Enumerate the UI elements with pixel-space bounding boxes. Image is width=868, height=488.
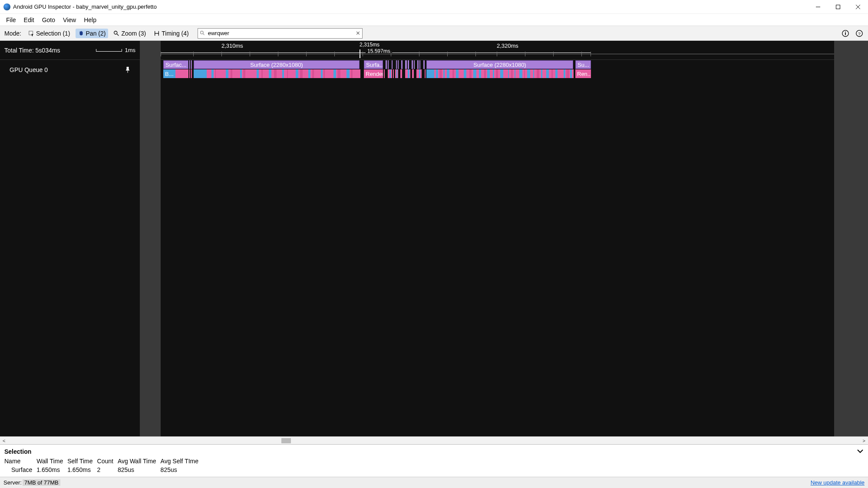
mode-timing-button[interactable]: Timing (4) (151, 29, 191, 38)
left-gutter (140, 41, 161, 436)
maximize-button[interactable] (828, 0, 848, 14)
slice[interactable] (398, 60, 399, 69)
timeline-viewport[interactable]: 2,310ms 2,320ms 2,315ms 15.597ms (161, 41, 834, 436)
slice[interactable] (396, 60, 397, 69)
menu-help[interactable]: Help (81, 16, 99, 24)
col-avgwall[interactable]: Avg Wall Time (118, 457, 161, 465)
col-avgself[interactable]: Avg Self TIme (161, 457, 203, 465)
slice-render[interactable]: Ren... (575, 69, 591, 78)
minimize-button[interactable] (808, 0, 828, 14)
track-lanes[interactable]: Surfac... Surface (2280x1080) Surfa... (161, 60, 834, 436)
slice[interactable] (175, 69, 188, 78)
gap (403, 60, 404, 69)
gap (421, 60, 422, 69)
svg-line-6 (117, 33, 119, 35)
window-title: Android GPU Inspector - baby_marvel_unit… (13, 3, 157, 10)
slice[interactable] (388, 60, 389, 69)
track-header-pane: Total Time: 5s034ms 1ms GPU Queue 0 (0, 41, 140, 436)
slice-render[interactable]: Render (364, 69, 383, 78)
slice-stripes[interactable] (384, 69, 426, 78)
selection-panel: Selection Name Wall Time Self Time Count… (0, 444, 868, 477)
svg-point-10 (200, 31, 203, 34)
slice-surface[interactable]: Surface (2280x1080) (426, 60, 573, 69)
mode-zoom-button[interactable]: Zoom (3) (111, 29, 149, 38)
col-name[interactable]: Name (4, 457, 36, 465)
slice[interactable] (191, 60, 192, 69)
slice-surface[interactable]: Surfa... (364, 60, 383, 69)
slice[interactable] (189, 69, 190, 78)
memory-usage: 7MB of 77MB (23, 479, 60, 486)
scroll-left-arrow[interactable]: < (3, 438, 5, 443)
statusbar: Server: 7MB of 77MB New update available (0, 477, 868, 488)
slice[interactable] (408, 60, 409, 69)
slice[interactable] (386, 60, 387, 69)
col-wall[interactable]: Wall Time (36, 457, 67, 465)
slice[interactable] (189, 60, 190, 69)
slice[interactable] (401, 60, 403, 69)
ruler-axis (161, 52, 834, 57)
scrollbar-thumb[interactable] (281, 438, 291, 443)
pin-icon[interactable] (125, 67, 130, 73)
ruler-tick: 2,320ms (497, 43, 518, 49)
time-ruler[interactable]: 2,310ms 2,320ms 2,315ms 15.597ms (161, 41, 834, 60)
app-icon (3, 3, 10, 10)
track-name: GPU Queue 0 (10, 66, 48, 73)
slice[interactable] (412, 60, 413, 69)
pan-icon (78, 30, 84, 36)
help-button[interactable]: ? (853, 27, 865, 39)
info-icon (842, 29, 849, 37)
slice-surface[interactable]: Su... (575, 60, 591, 69)
svg-point-13 (845, 31, 846, 32)
slice[interactable] (194, 69, 207, 78)
server-label: Server: (3, 479, 22, 486)
search-input[interactable] (205, 30, 356, 36)
mode-selection-button[interactable]: Selection (1) (26, 29, 73, 38)
menu-goto[interactable]: Goto (40, 16, 58, 24)
gap (399, 60, 400, 69)
time-marker[interactable]: 2,315ms (360, 42, 380, 48)
slice-stripes[interactable] (434, 69, 573, 78)
table-header-row: Name Wall Time Self Time Count Avg Wall … (4, 457, 203, 465)
gap (393, 60, 395, 69)
track-header-gpu-queue[interactable]: GPU Queue 0 (0, 60, 140, 80)
scroll-right-arrow[interactable]: > (863, 438, 865, 443)
close-button[interactable] (848, 0, 868, 14)
mode-zoom-label: Zoom (3) (121, 30, 146, 37)
svg-line-11 (203, 33, 204, 35)
menu-file[interactable]: File (3, 16, 19, 24)
slice[interactable] (414, 60, 415, 69)
slice-stripes[interactable] (207, 69, 360, 78)
gap (389, 60, 391, 69)
update-link[interactable]: New update available (811, 479, 865, 486)
slice-surface[interactable]: Surface (2280x1080) (194, 60, 360, 69)
svg-rect-1 (836, 5, 840, 9)
selection-heading: Selection (4, 448, 31, 455)
horizontal-scrollbar[interactable]: < > (0, 436, 868, 444)
menu-edit[interactable]: Edit (21, 16, 37, 24)
table-row[interactable]: Surface 1.650ms 1.650ms 2 825us 825us (4, 465, 203, 474)
menubar: File Edit Goto View Help (0, 14, 868, 26)
clear-search-button[interactable]: ✕ (356, 30, 360, 36)
col-self[interactable]: Self Time (67, 457, 97, 465)
chevron-down-icon (857, 449, 864, 454)
mode-pan-button[interactable]: Pan (2) (76, 29, 109, 38)
slice-b[interactable]: B... (163, 69, 175, 78)
slice[interactable] (417, 60, 419, 69)
help-icon: ? (855, 29, 863, 37)
col-count[interactable]: Count (97, 457, 118, 465)
search-box[interactable]: ✕ (198, 28, 363, 39)
collapse-button[interactable] (857, 448, 864, 455)
search-icon (200, 30, 205, 36)
slice-surface[interactable]: Surfac... (163, 60, 188, 69)
info-button[interactable] (839, 27, 851, 39)
slice[interactable] (419, 60, 420, 69)
slice[interactable] (423, 60, 425, 69)
slice[interactable] (191, 69, 192, 78)
slice[interactable] (392, 60, 393, 69)
menu-view[interactable]: View (60, 16, 79, 24)
slice[interactable] (426, 69, 434, 78)
ruler-tick: 2,310ms (221, 43, 243, 49)
right-gutter (834, 41, 868, 436)
slice[interactable] (405, 60, 407, 69)
mode-pan-label: Pan (2) (86, 30, 106, 37)
